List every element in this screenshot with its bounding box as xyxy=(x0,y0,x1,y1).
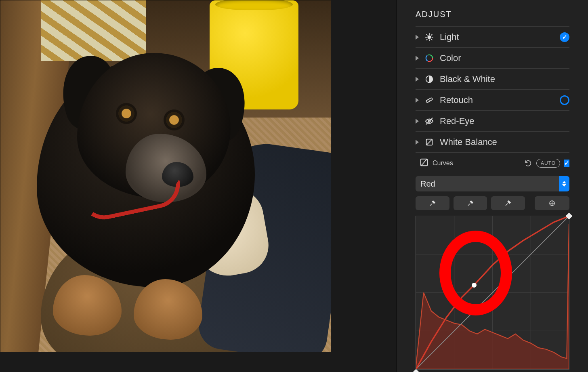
app-root: ADJUST Light Color xyxy=(0,0,588,372)
section-label: Curves xyxy=(433,160,453,167)
channel-select[interactable]: Red xyxy=(416,176,569,191)
section-label: Red-Eye xyxy=(440,116,569,126)
section-retouch[interactable]: Retouch xyxy=(416,90,569,111)
canvas-area xyxy=(0,0,397,372)
adjust-panel: ADJUST Light Color xyxy=(397,0,588,372)
panel-title: ADJUST xyxy=(416,7,569,27)
bandage-icon xyxy=(424,95,434,105)
status-badge-hollow[interactable] xyxy=(560,95,569,105)
status-badge-checked[interactable] xyxy=(560,32,569,42)
section-label: Retouch xyxy=(440,95,554,105)
section-label: Color xyxy=(440,53,569,63)
svg-point-0 xyxy=(428,36,430,38)
sun-icon xyxy=(424,32,434,42)
color-ring-icon xyxy=(424,53,434,63)
curves-tools-row xyxy=(416,196,569,210)
curves-editor[interactable] xyxy=(416,216,569,370)
eyedropper-gray-button[interactable] xyxy=(454,196,487,210)
curve-handle-shadows[interactable] xyxy=(413,369,420,372)
chevron-right-icon xyxy=(416,119,419,124)
section-label: Black & White xyxy=(440,74,569,84)
chevron-right-icon xyxy=(416,35,419,40)
chevron-right-icon xyxy=(416,140,419,145)
white-balance-icon xyxy=(424,137,434,147)
channel-select-value: Red xyxy=(420,179,435,189)
svg-point-14 xyxy=(429,100,430,101)
svg-line-5 xyxy=(426,34,427,35)
annotation-circle xyxy=(439,231,512,315)
section-label: Light xyxy=(440,32,554,42)
section-redeye[interactable]: Red-Eye xyxy=(416,111,569,132)
undo-icon[interactable] xyxy=(524,159,532,167)
svg-line-8 xyxy=(431,34,432,35)
chevron-right-icon xyxy=(416,98,419,103)
curves-icon xyxy=(420,158,428,168)
half-circle-icon xyxy=(424,74,434,84)
section-curves[interactable]: Curves AUTO xyxy=(416,153,569,174)
adjust-sidebar: ADJUST Light Color xyxy=(397,0,588,372)
eyedropper-black-button[interactable] xyxy=(416,196,449,210)
eye-slash-icon xyxy=(424,116,434,126)
svg-line-7 xyxy=(426,39,427,40)
chevron-right-icon xyxy=(416,77,419,82)
svg-line-6 xyxy=(431,39,432,40)
photo-preview[interactable] xyxy=(0,0,331,352)
add-point-button[interactable] xyxy=(535,196,569,210)
section-label: White Balance xyxy=(440,137,569,147)
auto-button[interactable]: AUTO xyxy=(536,159,560,168)
section-bw[interactable]: Black & White xyxy=(416,69,569,90)
section-light[interactable]: Light xyxy=(416,27,569,48)
status-badge-checked[interactable] xyxy=(564,160,569,167)
section-color[interactable]: Color xyxy=(416,48,569,69)
eyedropper-white-button[interactable] xyxy=(491,196,525,210)
stepper-arrows-icon xyxy=(559,176,569,191)
chevron-right-icon xyxy=(416,56,419,61)
section-wb[interactable]: White Balance xyxy=(416,132,569,153)
